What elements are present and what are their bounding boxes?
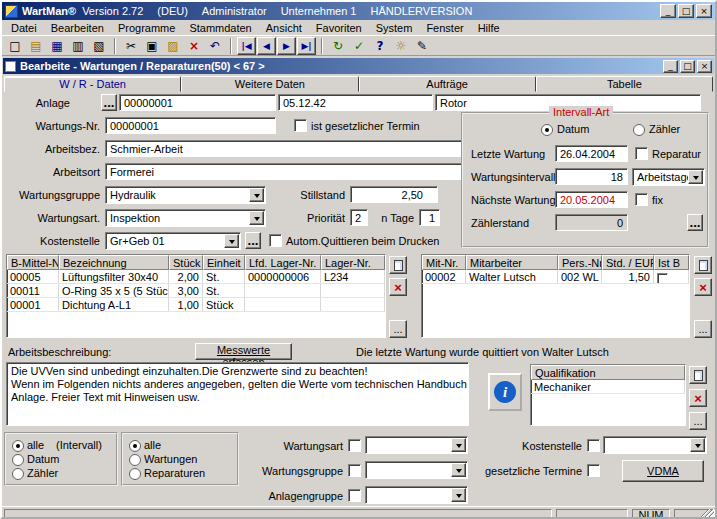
menu-hilfe[interactable]: Hilfe	[471, 21, 507, 35]
column-header[interactable]: Qualifikation	[531, 365, 685, 380]
betriebsmittel-browse-button[interactable]: ...	[389, 320, 407, 338]
betriebsmittel-add-button[interactable]	[389, 256, 407, 274]
child-maximize-button[interactable]: □	[680, 60, 695, 73]
column-header[interactable]: Bezeichnung	[59, 255, 169, 270]
zaehlerstand-browse-button[interactable]: ...	[687, 214, 703, 231]
mitarbeiter-delete-button[interactable]: ×	[694, 278, 712, 296]
open-button[interactable]: ▤	[26, 37, 46, 55]
prioritaet-field[interactable]: 2	[350, 209, 368, 226]
arbeitsbeschreibung-textarea[interactable]: Die UVVen sind unbedingt einzuhalten.Die…	[6, 362, 469, 426]
chevron-down-icon[interactable]	[451, 488, 466, 502]
column-header[interactable]: Lfd. Lager-Nr.	[245, 255, 321, 270]
kostenstelle-browse-button[interactable]: ...	[245, 232, 261, 249]
column-header[interactable]: Ist B	[654, 255, 689, 270]
last-record-button[interactable]: ▶|	[297, 37, 316, 55]
autom-quittieren-checkbox[interactable]	[269, 234, 282, 247]
reparatur-checkbox[interactable]	[635, 147, 648, 160]
vdma-button[interactable]: VDMA	[622, 460, 704, 482]
options-button[interactable]: ☼	[391, 37, 411, 55]
fix-checkbox[interactable]	[635, 193, 648, 206]
chevron-down-icon[interactable]	[224, 234, 239, 248]
previous-record-button[interactable]: ◀	[257, 37, 276, 55]
minimize-button[interactable]: _	[660, 4, 676, 18]
chevron-down-icon[interactable]	[690, 438, 705, 452]
column-header[interactable]: Mit-Nr.	[422, 255, 466, 270]
print-preview-button[interactable]: ▧	[89, 37, 109, 55]
qualifikation-add-button[interactable]	[689, 366, 707, 384]
undo-button[interactable]: ↶	[205, 37, 225, 55]
maximize-button[interactable]: □	[678, 4, 694, 18]
wartungsintervall-field[interactable]: 18	[555, 168, 628, 185]
filter-wartungsgruppe-dropdown[interactable]	[365, 461, 468, 479]
n-tage-field[interactable]: 1	[419, 209, 440, 226]
intervall-einheit-dropdown[interactable]: Arbeitstage	[632, 168, 705, 186]
column-header[interactable]: B-Mittel-Nr.	[7, 255, 59, 270]
mitarbeiter-add-button[interactable]	[694, 256, 712, 274]
tab-wr-daten[interactable]: W / R - Daten	[4, 76, 181, 92]
filter-reparaturen-radio[interactable]	[129, 468, 141, 480]
confirm-button[interactable]: ✓	[349, 37, 369, 55]
betriebsmittel-delete-button[interactable]: ×	[389, 278, 407, 296]
filter-anlagengruppe-checkbox[interactable]	[348, 489, 361, 502]
cut-button[interactable]: ✂	[121, 37, 141, 55]
menu-stammdaten[interactable]: Stammdaten	[182, 21, 258, 35]
menu-bearbeiten[interactable]: Bearbeiten	[44, 21, 111, 35]
table-row[interactable]: 00011 O-Ring 35 x 5 (5 Stück) 3,00 St.	[7, 284, 385, 298]
column-header[interactable]: Einheit	[203, 255, 245, 270]
child-minimize-button[interactable]: _	[663, 60, 678, 73]
edit-button[interactable]: ✎	[412, 37, 432, 55]
arbeitsbez-field[interactable]: Schmier-Arbeit	[105, 140, 462, 157]
child-close-button[interactable]: ×	[697, 60, 712, 73]
info-button[interactable]: i	[488, 373, 522, 411]
copy-button[interactable]: ▣	[142, 37, 162, 55]
chevron-down-icon[interactable]	[688, 170, 703, 184]
kostenstelle-dropdown[interactable]: Gr+Geb 01	[105, 232, 241, 250]
resize-grip[interactable]	[701, 509, 714, 519]
menu-programme[interactable]: Programme	[111, 21, 182, 35]
anlage-datum-field[interactable]: 05.12.42	[278, 94, 433, 111]
new-button[interactable]: □	[5, 37, 25, 55]
save-button[interactable]: ▦	[47, 37, 67, 55]
gesetzlicher-termin-checkbox[interactable]	[294, 119, 307, 132]
paste-button[interactable]: ▨	[163, 37, 183, 55]
filter-kostenstelle-dropdown[interactable]	[603, 436, 707, 454]
tab-tabelle[interactable]: Tabelle	[536, 76, 713, 92]
qualifikation-delete-button[interactable]: ×	[689, 389, 707, 407]
menu-datei[interactable]: Datei	[4, 21, 44, 35]
filter-wartungsart-checkbox[interactable]	[348, 439, 361, 452]
first-record-button[interactable]: |◀	[237, 37, 256, 55]
wartungsgruppe-dropdown[interactable]: Hydraulik	[105, 186, 266, 204]
delete-button[interactable]: ×	[184, 37, 204, 55]
mitarbeiter-browse-button[interactable]: ...	[694, 320, 712, 338]
anlage-browse-button[interactable]: ...	[101, 94, 117, 111]
wartungs-nr-field[interactable]: 00000001	[105, 117, 276, 134]
arbeitsort-field[interactable]: Formerei	[105, 163, 462, 180]
menu-favoriten[interactable]: Favoriten	[309, 21, 369, 35]
menu-ansicht[interactable]: Ansicht	[259, 21, 309, 35]
next-record-button[interactable]: ▶	[277, 37, 296, 55]
ist-b-checkbox[interactable]	[657, 273, 668, 283]
intervall-zaehler-radio[interactable]	[633, 124, 645, 136]
close-button[interactable]: ×	[696, 4, 712, 18]
table-row[interactable]: 00005 Lüftungsfilter 30x40 2,00 St. 0000…	[7, 270, 385, 284]
filter-zaehler-radio[interactable]	[12, 468, 24, 480]
table-row[interactable]: 00001 Dichtung A-L1 1,00 Stück	[7, 298, 385, 312]
column-header[interactable]: Mitarbeiter	[466, 255, 558, 270]
messwerte-erfassen-button[interactable]: Messwerte erfassen	[195, 343, 292, 360]
table-row[interactable]: Mechaniker	[531, 380, 685, 394]
menu-fenster[interactable]: Fenster	[419, 21, 470, 35]
table-row[interactable]: 00002 Walter Lutsch 002 WL 1,50	[422, 270, 689, 284]
column-header[interactable]: Std. / EUR	[602, 255, 654, 270]
filter-wartungsart-dropdown[interactable]	[365, 436, 468, 454]
stillstand-field[interactable]: 2,50	[350, 186, 438, 203]
letzte-wartung-field[interactable]: 26.04.2004	[555, 145, 628, 162]
gesetzliche-termine-checkbox[interactable]	[587, 464, 600, 477]
filter-alle-intervall-radio[interactable]	[12, 440, 24, 452]
qualifikation-browse-button[interactable]: ...	[689, 412, 707, 430]
menu-system[interactable]: System	[369, 21, 420, 35]
help-button[interactable]: ?	[370, 37, 390, 55]
wartungsart-dropdown[interactable]: Inspektion	[105, 209, 266, 227]
filter-wartungsgruppe-checkbox[interactable]	[348, 464, 361, 477]
filter-alle-radio[interactable]	[129, 440, 141, 452]
column-header[interactable]: Pers.-Nr.	[558, 255, 602, 270]
